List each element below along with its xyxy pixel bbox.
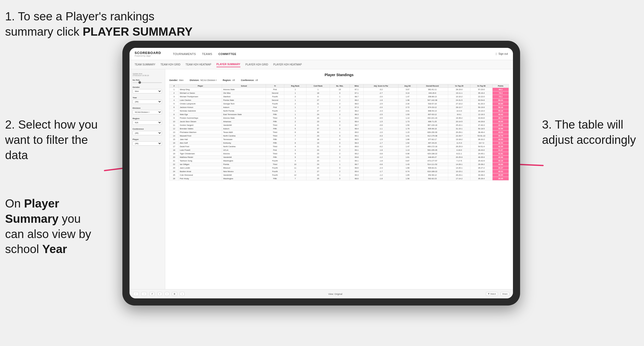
cell-18-2: Arizona [222,152,266,156]
cell-19-8: -1.2 [364,156,398,159]
player-select[interactable]: (All) [133,141,162,146]
table-row[interactable]: 10Jacob Skov OlesenArkansasFifth223068.4… [170,120,509,123]
table-row[interactable]: 22Ian GilliganFloridaThird1024168.7-0.81… [170,163,509,166]
table-row[interactable]: 21Taehoon SongWashingtonFourth423169.1-1… [170,159,509,163]
toolbar-circle[interactable]: ○ [180,292,185,296]
table-row[interactable]: 4Luke ClantonFlorida StateSecond127268.2… [170,99,509,102]
cell-1-3: Second [266,91,284,95]
cell-11-9: 1.79 [398,127,417,131]
region-select[interactable]: N/A [133,120,162,125]
table-row[interactable]: 6Jackson KoivunAuburnFirst17267.3-2.02.7… [170,106,509,109]
toolbar-share[interactable]: Share [500,292,509,296]
table-row[interactable]: 9Preston SummerhaysArizona StateThird324… [170,116,509,120]
toolbar-reload[interactable]: ↺ [149,292,155,296]
nav-tournaments[interactable]: TOURNAMENTS [173,51,196,57]
table-row[interactable]: 24Bastien AmatNew MexicoFourth127269.4-1… [170,170,509,173]
cell-7-1: Mats Ege [179,113,222,116]
filter-gender: Gender: Men [169,79,184,81]
cell-14-9: 1.66 [398,138,417,141]
table-body: 1Wenyi DingArizona StateFirst111567.1-3.… [170,88,509,181]
sidebar-gender-section: Gender Men [133,86,162,93]
toolbar-back[interactable]: ← [133,292,139,296]
cell-8-13: 46.77 [493,116,509,120]
table-row[interactable]: 25Cole SherwoodVanderbiltFourth1223169.3… [170,173,509,177]
cell-13-5: 23 [306,134,330,138]
filter-division: Division: NCAA Division I [190,79,217,81]
toolbar-watch[interactable]: 👁 Watch [486,292,498,296]
cell-16-13: 42.35 [493,145,509,148]
sign-out-link[interactable]: Sign out [498,52,508,55]
toolbar-zoom-out[interactable]: − [165,292,170,296]
player-standings-table: # Player School Yr Reg Rank Conf Rank No… [169,84,509,181]
subnav-player-h2h-grid[interactable]: PLAYER H2H GRID [246,62,268,67]
table-row[interactable]: 26Petr HrubyWashingtonFifth725068.6-1.81… [170,177,509,181]
toolbar-forward[interactable]: → [141,292,147,296]
cell-22-10: 509-82-21 [417,166,448,170]
cell-4-3: Fourth [266,102,284,106]
table-row[interactable]: 12Brendan ValdesAuburnFifth537068.4-1.11… [170,127,509,131]
table-row[interactable]: 17David FordNorth CarolinaThird421069.0-… [170,145,509,148]
cell-24-9: 1.65 [398,173,417,177]
cell-15-7: 68.3 [350,141,364,145]
cell-24-10: 452-96-12 [417,173,448,177]
watch-label: Watch [490,293,496,295]
table-row[interactable]: 1Wenyi DingArizona StateFirst111567.1-3.… [170,88,509,91]
cell-25-1: Petr Hruby [179,177,222,181]
cell-1-0: 2 [170,91,179,95]
toolbar-zoom-in[interactable]: + [157,292,162,296]
subnav-player-h2h-heatmap[interactable]: PLAYER H2H HEATMAP [273,62,302,67]
table-row[interactable]: 3Michael ThorbjornsenStanfordFourth28168… [170,95,509,99]
subnav-team-summary[interactable]: TEAM SUMMARY [135,62,156,67]
cell-16-12: 54-51-4 [470,145,493,148]
year-select[interactable]: (All) [133,100,162,104]
cell-25-9: 1.56 [398,177,417,181]
division-select[interactable]: NCAA Division I [133,110,162,114]
cell-25-2: Washington [222,177,266,181]
no-rds-slider[interactable] [133,82,162,83]
subnav-player-summary[interactable]: PLAYER SUMMARY [216,62,240,67]
cell-7-11: 8-6-1 [448,113,470,116]
toolbar-grid[interactable]: ⊞ [172,292,177,296]
table-row[interactable]: 20Matthew RiedelVanderbiltFifth922069.8-… [170,156,509,159]
cell-5-12: 50-19-9 [470,106,493,109]
table-row[interactable]: 5Christo LamprechtGeorgia TechFourth2212… [170,102,509,106]
player-label: Player [133,138,162,141]
table-row[interactable]: 13Phichaksn MaichonTexas A&MThird630169.… [170,131,509,134]
cell-0-11: 28-15-0 [448,88,470,91]
cell-3-7: 68.2 [350,99,364,102]
conference-select[interactable]: (All) [133,131,162,135]
table-row[interactable]: 19Tiger ChristensenArizonaThird523269.2-… [170,152,509,156]
logo-area: SCOREBOARD Powered by clippi [135,51,165,57]
cell-10-2: Vanderbilt [222,123,266,127]
filter-conference-label: Conference: [241,79,254,81]
table-row[interactable]: 16Alex GoffKentuckyFifth819068.3-1.71.92… [170,141,509,145]
table-row[interactable]: 23Jack LundinMissouriFourth1124068.6-2.3… [170,166,509,170]
table-row[interactable]: 15Jake HallTennesseeFifth718068.5-1.51.6… [170,138,509,141]
cell-18-5: 23 [306,152,330,156]
nav-committee[interactable]: COMMITTEE [218,51,237,57]
cell-17-8: -1.8 [364,148,398,152]
subnav-team-h2h-grid[interactable]: TEAM H2H GRID [161,62,181,67]
table-row[interactable]: 8Mats EgeEast Tennessee StateFifth124268… [170,113,509,116]
cell-17-12: 28-43-0 [470,148,493,152]
cell-4-11: 27-10-2 [448,102,470,106]
table-row[interactable]: 11Gordon SargentVanderbiltThird421068.7-… [170,123,509,127]
cell-22-1: Jack Lundin [179,166,222,170]
table-row[interactable]: 18Luke PowellUCLAFirst424069.1-1.81.1350… [170,148,509,152]
cell-24-1: Cole Sherwood [179,173,222,177]
subnav-team-h2h-heatmap[interactable]: TEAM H2H HEATMAP [186,62,211,67]
gender-select[interactable]: Men [133,89,162,93]
cell-3-2: Florida State [222,99,266,102]
table-row[interactable]: 7Nicholas GabrelcikNorth FloridaFourth12… [170,109,509,113]
cell-9-7: 68.4 [350,120,364,123]
nav-teams[interactable]: TEAMS [202,51,212,57]
cell-19-10: 448-85-27 [417,156,448,159]
table-row[interactable]: 2Michael Le SassoOle MissSecond118067.1-… [170,91,509,95]
cell-5-1: Jackson Koivun [179,106,222,109]
cell-12-6: 1 [330,131,350,134]
cell-4-12: 61-20-3 [470,102,493,106]
cell-25-0: 26 [170,177,179,181]
cell-22-3: Fourth [266,166,284,170]
table-row[interactable]: 14Maxwell FordNorth CarolinaThird723069.… [170,134,509,138]
cell-13-12: 53-91-10 [470,134,493,138]
